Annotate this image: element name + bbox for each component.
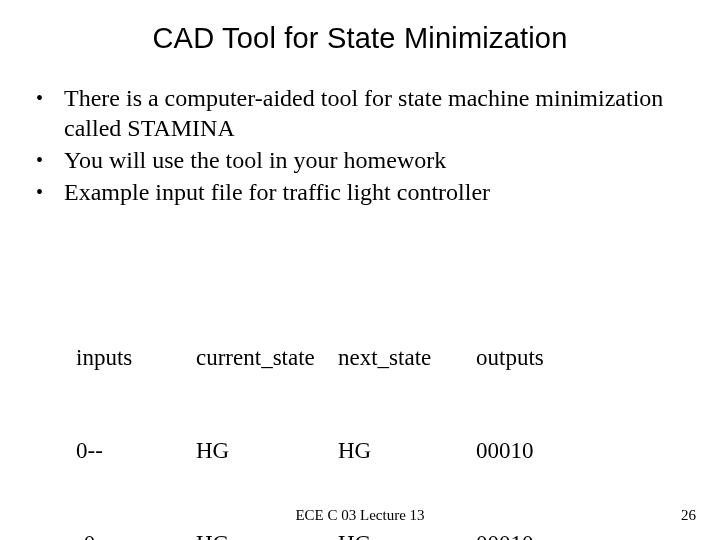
col-current-state: current_state HG HG HG FY [196, 280, 315, 540]
cell: 00010 [476, 528, 544, 540]
bullet-item: • You will use the tool in your homework [30, 145, 690, 175]
bullet-dot-icon: • [30, 177, 64, 207]
col-inputs: inputs 0-- -0- 11- … --1 [76, 280, 132, 540]
cell: 00010 [476, 435, 544, 466]
col-header: current_state [196, 342, 315, 373]
cell: HG [196, 528, 315, 540]
bullet-text: There is a computer-aided tool for state… [64, 83, 690, 143]
slide: CAD Tool for State Minimization • There … [0, 0, 720, 540]
bullet-text: Example input file for traffic light con… [64, 177, 690, 207]
cell: HG [338, 435, 431, 466]
bullet-item: • Example input file for traffic light c… [30, 177, 690, 207]
col-header: next_state [338, 342, 431, 373]
bullet-item: • There is a computer-aided tool for sta… [30, 83, 690, 143]
slide-number: 26 [681, 507, 696, 524]
cell: HG [338, 528, 431, 540]
col-next-state: next_state HG HG HY HG [338, 280, 431, 540]
col-header: outputs [476, 342, 544, 373]
bullet-dot-icon: • [30, 145, 64, 175]
bullet-dot-icon: • [30, 83, 64, 113]
cell: -0- [76, 528, 132, 540]
slide-title: CAD Tool for State Minimization [0, 0, 720, 55]
cell: 0-- [76, 435, 132, 466]
col-outputs: outputs 00010 00010 10010 11001 [476, 280, 544, 540]
bullet-text: You will use the tool in your homework [64, 145, 690, 175]
bullet-list: • There is a computer-aided tool for sta… [30, 83, 690, 207]
col-header: inputs [76, 342, 132, 373]
footer-center: ECE C 03 Lecture 13 [0, 507, 720, 524]
cell: HG [196, 435, 315, 466]
